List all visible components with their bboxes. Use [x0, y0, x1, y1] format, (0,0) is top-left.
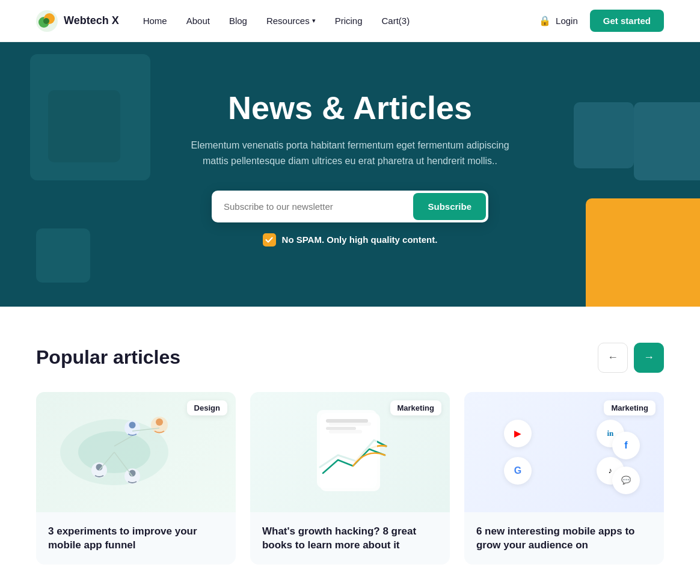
article-card-2: Marketing What's growth hacking? 8 great… [250, 392, 450, 565]
card-image-2: Marketing [250, 392, 450, 512]
next-arrow-button[interactable]: → [634, 343, 664, 373]
svg-point-9 [129, 421, 136, 428]
no-spam-checkbox[interactable] [263, 233, 276, 247]
youtube-icon: ▶ [504, 420, 532, 447]
card-category-3: Marketing [604, 400, 655, 415]
card-title-2: What's growth hacking? 8 great books to … [262, 524, 438, 553]
hero-deco-tr [634, 102, 700, 180]
prev-arrow-button[interactable]: ← [598, 343, 628, 373]
hero-deco-br-orange [586, 198, 700, 307]
nav-blog[interactable]: Blog [229, 16, 247, 26]
card-category-1: Design [187, 400, 227, 415]
subscribe-button[interactable]: Subscribe [413, 193, 486, 220]
nav-pricing[interactable]: Pricing [335, 16, 363, 26]
facebook-icon: f [612, 432, 640, 459]
subscribe-input[interactable] [212, 192, 411, 221]
navbar: Webtech X Home About Blog Resources ▾ Pr… [0, 0, 700, 42]
chevron-down-icon: ▾ [312, 17, 316, 25]
nav-resources[interactable]: Resources ▾ [266, 16, 316, 26]
card-body-2: What's growth hacking? 8 great books to … [250, 512, 450, 565]
svg-rect-23 [326, 427, 356, 430]
cards-row: Design 3 experiments to improve your mob… [36, 392, 664, 565]
no-spam-text: No SPAM. Only high quality content. [282, 234, 438, 245]
card-body-3: 6 new interesting mobile apps to grow yo… [464, 512, 664, 565]
hero-subtitle: Elementum venenatis porta habitant ferme… [182, 138, 518, 168]
hero-title: News & Articles [228, 90, 472, 126]
card-category-2: Marketing [390, 400, 441, 415]
card-image-1: Design [36, 392, 236, 512]
nav-links: Home About Blog Resources ▾ Pricing Cart… [143, 16, 539, 26]
card-image-3: ▶ in G ♪ f 💬 Marketing [464, 392, 664, 512]
marketing-illustration [296, 407, 404, 497]
nav-cart[interactable]: Cart(3) [382, 16, 410, 26]
card-title-1: 3 experiments to improve your mobile app… [48, 524, 224, 553]
logo[interactable]: Webtech X [36, 10, 119, 32]
nav-right: 🔒 Login Get started [539, 10, 664, 32]
articles-section-title: Popular articles [36, 346, 180, 369]
svg-point-7 [156, 418, 163, 426]
logo-icon [36, 10, 58, 32]
brand-name: Webtech X [64, 14, 119, 27]
articles-section: Popular articles ← → [0, 307, 700, 588]
get-started-button[interactable]: Get started [590, 10, 664, 32]
hero-deco-tl-inner [48, 90, 120, 162]
subscribe-form: Subscribe [212, 191, 488, 222]
arrow-right-icon: → [643, 351, 654, 364]
card-body-1: 3 experiments to improve your mobile app… [36, 512, 236, 565]
nav-arrows: ← → [598, 343, 664, 373]
articles-header: Popular articles ← → [36, 343, 664, 373]
google-icon: G [504, 457, 532, 485]
lock-icon: 🔒 [539, 15, 551, 26]
check-icon [265, 237, 273, 243]
hero-section: News & Articles Elementum venenatis port… [0, 42, 700, 307]
svg-point-3 [43, 18, 49, 24]
nav-about[interactable]: About [186, 16, 210, 26]
no-spam-row: No SPAM. Only high quality content. [263, 233, 438, 247]
arrow-left-icon: ← [607, 351, 618, 364]
card-title-3: 6 new interesting mobile apps to grow yo… [476, 524, 652, 553]
nav-home[interactable]: Home [143, 16, 167, 26]
hero-deco-bl [36, 228, 90, 283]
hero-deco-br-gray [574, 102, 634, 168]
svg-rect-22 [326, 419, 368, 423]
messenger-icon: 💬 [612, 467, 640, 494]
article-card-3: ▶ in G ♪ f 💬 Marketing 6 [464, 392, 664, 565]
login-button[interactable]: 🔒 Login [539, 15, 578, 26]
design-illustration [36, 392, 192, 500]
article-card-1: Design 3 experiments to improve your mob… [36, 392, 236, 565]
